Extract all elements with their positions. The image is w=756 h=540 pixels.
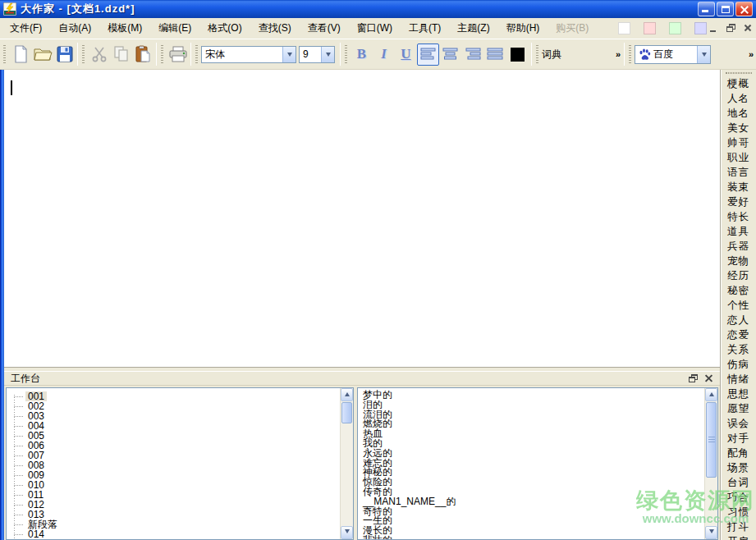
tree-item[interactable]: 001 <box>7 391 340 401</box>
save-button[interactable] <box>53 43 76 66</box>
tree-scrollbar[interactable] <box>340 388 353 539</box>
category-button[interactable]: 台词 <box>727 475 749 490</box>
scroll-up-button[interactable] <box>705 388 717 401</box>
minimize-button[interactable] <box>698 2 715 16</box>
print-button[interactable] <box>167 43 189 66</box>
word-scrollbar[interactable] <box>704 388 717 539</box>
doc-close-button[interactable] <box>741 22 755 34</box>
word-item[interactable]: 燃烧的 <box>363 419 704 429</box>
category-button[interactable]: 兵器 <box>727 239 749 254</box>
category-button[interactable]: 人名 <box>727 91 749 106</box>
tree-item[interactable]: 003 <box>7 411 340 421</box>
category-button[interactable]: 愿望 <box>727 401 749 416</box>
menu-item[interactable]: 编辑(E) <box>150 18 199 39</box>
doc-minimize-button[interactable] <box>707 22 721 34</box>
align-justify-button[interactable] <box>483 43 506 66</box>
scroll-down-button[interactable] <box>341 526 353 539</box>
word-item[interactable]: 奇特的 <box>363 507 704 517</box>
dictionary-button[interactable]: 词典 <box>542 48 561 62</box>
word-item[interactable]: 悲壮的 <box>363 536 704 539</box>
word-item[interactable]: 惊险的 <box>363 478 704 487</box>
menu-item[interactable]: 文件(F) <box>2 18 50 39</box>
scrollbar-track[interactable] <box>341 424 353 526</box>
category-button[interactable]: 误会 <box>727 416 749 431</box>
category-button[interactable]: 对手 <box>727 431 749 446</box>
tree-item[interactable]: 004 <box>7 421 340 431</box>
toolbar-drag-handle[interactable] <box>195 45 198 63</box>
category-button[interactable]: 梗概 <box>727 76 749 91</box>
scroll-down-button[interactable] <box>705 526 717 539</box>
category-button[interactable]: 配角 <box>727 446 749 460</box>
align-center-button[interactable] <box>439 43 461 66</box>
category-button[interactable]: 经历 <box>727 268 749 283</box>
menu-item[interactable]: 主题(Z) <box>449 18 497 39</box>
category-button[interactable]: 宠物 <box>727 254 749 268</box>
tree-item[interactable]: 011 <box>7 490 340 500</box>
color-swatch[interactable] <box>694 22 707 34</box>
tree-item[interactable]: 002 <box>7 401 340 411</box>
word-item[interactable]: 永远的 <box>363 449 704 459</box>
category-button[interactable]: 秘密 <box>727 283 749 298</box>
category-button[interactable]: 恋人 <box>727 313 749 327</box>
tree-item[interactable]: 009 <box>7 470 340 480</box>
word-item[interactable]: 难忘的 <box>363 459 704 469</box>
toolbar-drag-handle[interactable] <box>536 45 538 63</box>
scrollbar-track[interactable] <box>705 478 717 526</box>
category-button[interactable]: 特长 <box>727 209 749 224</box>
new-document-button[interactable] <box>9 43 31 66</box>
doc-restore-button[interactable] <box>724 22 738 34</box>
word-item[interactable]: 泪的 <box>363 400 704 410</box>
toolbar-drag-handle[interactable] <box>3 45 6 63</box>
bold-button[interactable]: B <box>351 43 373 66</box>
menu-item[interactable]: 购买(B) <box>548 18 597 39</box>
tree-item[interactable]: 012 <box>7 500 340 510</box>
copy-button[interactable] <box>110 43 132 66</box>
category-button[interactable]: 巧合 <box>727 490 749 505</box>
category-button[interactable]: 情绪 <box>727 372 749 387</box>
open-button[interactable] <box>31 43 53 66</box>
font-size-select[interactable]: 9 <box>299 46 335 63</box>
category-button[interactable]: 思想 <box>727 387 749 401</box>
color-swatch[interactable] <box>618 22 630 34</box>
toolbar-overflow-chevron[interactable]: » <box>613 49 622 59</box>
align-left-button[interactable] <box>417 43 439 66</box>
sidebar-drag-handle[interactable] <box>726 72 752 74</box>
color-swatch[interactable] <box>644 22 656 34</box>
menu-item[interactable]: 查看(V) <box>300 18 349 39</box>
category-button[interactable]: 语言 <box>727 165 749 180</box>
menu-item[interactable]: 帮助(H) <box>498 18 548 39</box>
category-button[interactable]: 职业 <box>727 150 749 165</box>
menu-item[interactable]: 模板(M) <box>99 18 150 39</box>
word-item[interactable]: 神秘的 <box>363 468 704 478</box>
toolbar-drag-handle[interactable] <box>345 45 347 63</box>
underline-button[interactable]: U <box>395 43 417 66</box>
menu-item[interactable]: 窗口(W) <box>349 18 401 39</box>
tree-item[interactable]: 008 <box>7 460 340 470</box>
paste-button[interactable] <box>132 43 154 66</box>
category-button[interactable]: 关系 <box>727 342 749 357</box>
category-button[interactable]: 开房 <box>727 534 749 540</box>
scrollbar-thumb[interactable] <box>341 402 352 423</box>
word-item[interactable]: 漫长的 <box>363 526 704 536</box>
tree-item[interactable]: 新段落 <box>7 519 340 529</box>
category-button[interactable]: 装束 <box>727 180 749 194</box>
tree-item[interactable]: 005 <box>7 431 340 441</box>
category-button[interactable]: 帅哥 <box>727 135 749 150</box>
category-button[interactable]: 个性 <box>727 298 749 313</box>
word-item[interactable]: 一生的 <box>363 516 704 526</box>
font-family-dropdown-arrow[interactable] <box>282 47 296 62</box>
tree-item[interactable]: 006 <box>7 441 340 451</box>
word-item[interactable]: 我的 <box>363 439 704 449</box>
maximize-button[interactable] <box>717 2 734 16</box>
toolbar-drag-handle[interactable] <box>82 45 85 63</box>
workbench-float-button[interactable] <box>689 374 698 382</box>
category-button[interactable]: 习惯 <box>727 505 749 519</box>
tree-item[interactable]: 014 <box>7 529 340 539</box>
menu-item[interactable]: 工具(T) <box>401 18 449 39</box>
align-right-button[interactable] <box>461 43 483 66</box>
word-item[interactable]: __MAN1_NAME__的 <box>363 497 704 507</box>
toolbar-drag-handle[interactable] <box>161 45 163 63</box>
document-editor[interactable] <box>4 70 720 368</box>
scroll-up-button[interactable] <box>341 388 353 401</box>
font-size-dropdown-arrow[interactable] <box>321 47 334 62</box>
